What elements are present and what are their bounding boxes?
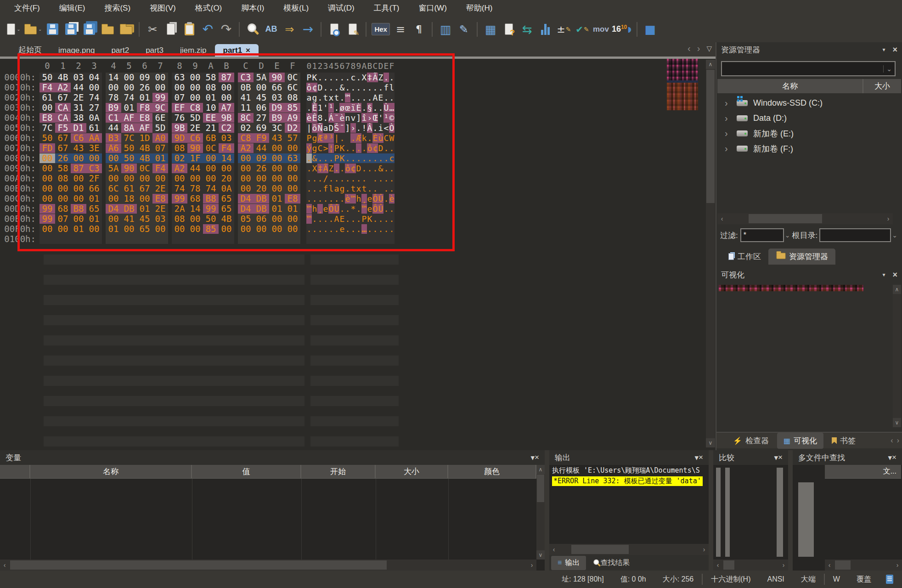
hex-byte[interactable]: 63: [172, 73, 187, 82]
ascii-char[interactable]: Ñ: [317, 123, 323, 133]
ascii-char[interactable]: t: [350, 184, 356, 193]
hex-byte[interactable]: 41: [121, 214, 137, 224]
ascii-char[interactable]: .: [312, 224, 317, 234]
hex-byte[interactable]: E8: [152, 194, 168, 204]
hex-byte[interactable]: F9: [254, 133, 269, 143]
hex-byte[interactable]: 00: [71, 214, 86, 224]
collapse-icon[interactable]: ▾: [695, 453, 699, 463]
hex-byte[interactable]: 00: [121, 174, 137, 183]
hex-byte[interactable]: 00: [86, 153, 102, 163]
ascii-char[interactable]: t: [334, 93, 339, 102]
hex-byte[interactable]: B8: [71, 204, 86, 214]
save-button[interactable]: [45, 19, 60, 40]
ascii-char[interactable]: x: [356, 184, 361, 193]
collapse-icon[interactable]: ▾: [531, 453, 535, 463]
ascii-char[interactable]: .: [334, 224, 339, 234]
hex-byte[interactable]: EF: [172, 103, 187, 113]
hex-byte[interactable]: 00: [106, 153, 121, 163]
ascii-char[interactable]: .: [367, 133, 372, 143]
ascii-char[interactable]: .: [306, 153, 312, 163]
hex-byte[interactable]: F8: [137, 103, 152, 113]
open-file-button[interactable]: ⌄: [24, 19, 42, 40]
ascii-char[interactable]: Û: [378, 204, 383, 214]
ascii-char[interactable]: D: [356, 164, 361, 173]
close-icon[interactable]: ×: [892, 453, 896, 462]
close-icon[interactable]: ×: [699, 453, 703, 462]
hex-byte[interactable]: 43: [269, 133, 285, 143]
hex-byte[interactable]: 8A: [121, 123, 137, 133]
hex-byte[interactable]: 00: [172, 83, 187, 92]
ascii-char[interactable]: &: [378, 164, 383, 173]
ascii-char[interactable]: .: [345, 224, 350, 234]
ascii-char[interactable]: f: [323, 184, 328, 193]
hex-byte[interactable]: 00: [187, 174, 203, 183]
ascii-char[interactable]: Û: [334, 204, 339, 214]
ascii-char[interactable]: .: [312, 184, 317, 193]
ascii-char[interactable]: .: [345, 153, 350, 163]
hex-byte[interactable]: 65: [219, 204, 234, 214]
hex-byte[interactable]: 00: [269, 224, 285, 234]
hex-byte[interactable]: 61: [39, 93, 55, 102]
ascii-char[interactable]: ›: [367, 113, 372, 123]
ascii-char[interactable]: ¸: [317, 204, 323, 214]
ascii-char[interactable]: .: [361, 174, 367, 183]
ascii-char[interactable]: È: [356, 103, 361, 113]
hex-byte[interactable]: 00: [238, 153, 254, 163]
hex-byte[interactable]: 00: [39, 153, 55, 163]
ascii-char[interactable]: è: [389, 194, 395, 204]
ascii-char[interactable]: .: [323, 194, 328, 204]
ascii-char[interactable]: e: [339, 224, 345, 234]
ascii-char[interactable]: .: [328, 224, 334, 234]
hex-byte[interactable]: 50: [203, 214, 219, 224]
ascii-char[interactable]: A: [334, 214, 339, 224]
hex-byte[interactable]: 4B: [137, 153, 152, 163]
ascii-char[interactable]: P: [361, 214, 367, 224]
column-header-值[interactable]: 值: [192, 465, 301, 479]
hex-byte[interactable]: 00: [86, 83, 102, 92]
scroll-down-icon[interactable]: ∨: [706, 438, 715, 447]
ascii-char[interactable]: .: [383, 143, 389, 153]
hex-byte[interactable]: AF: [137, 123, 152, 133]
ascii-char[interactable]: ¯: [339, 123, 345, 133]
ascii-char[interactable]: è: [345, 194, 350, 204]
ascii-char[interactable]: .: [389, 204, 395, 214]
hex-byte[interactable]: 07: [152, 143, 168, 153]
hex-byte[interactable]: 01: [269, 194, 285, 204]
hex-byte[interactable]: 00: [285, 164, 300, 173]
ascii-char[interactable]: .: [361, 103, 367, 113]
ascii-char[interactable]: .: [378, 174, 383, 183]
hex-byte[interactable]: 08: [285, 93, 300, 102]
ascii-char[interactable]: .: [323, 224, 328, 234]
ascii-char[interactable]: C: [383, 133, 389, 143]
hex-byte[interactable]: 00: [203, 164, 219, 173]
find-button[interactable]: [245, 19, 260, 40]
hex-byte[interactable]: 74: [203, 184, 219, 193]
ascii-char[interactable]: ¹: [328, 103, 334, 113]
ascii-char[interactable]: Ù: [383, 103, 389, 113]
hex-byte[interactable]: E8: [137, 113, 152, 123]
hex-byte[interactable]: B8: [203, 194, 219, 204]
hex-byte[interactable]: C1: [106, 113, 121, 123]
ascii-char[interactable]: .: [312, 194, 317, 204]
ascii-char[interactable]: n: [345, 113, 350, 123]
ascii-char[interactable]: .: [356, 204, 361, 214]
hex-byte[interactable]: 08: [55, 174, 71, 183]
ascii-char[interactable]: …: [361, 224, 367, 234]
hex-byte[interactable]: 00: [187, 93, 203, 102]
hex-byte[interactable]: 14: [219, 153, 234, 163]
hex-byte[interactable]: 00: [269, 214, 285, 224]
tab-工作区[interactable]: 工作区: [721, 249, 768, 265]
hex-byte[interactable]: 00: [121, 73, 137, 82]
ascii-char[interactable]: ': [323, 103, 328, 113]
hex-byte[interactable]: F4: [39, 83, 55, 92]
hex-byte[interactable]: D2: [285, 123, 300, 133]
hex-byte[interactable]: 00: [152, 224, 168, 234]
ascii-char[interactable]: .: [345, 143, 350, 153]
collapse-icon[interactable]: ▾: [888, 453, 892, 463]
hex-byte[interactable]: 02: [172, 153, 187, 163]
hex-byte[interactable]: 00: [39, 164, 55, 173]
ascii-char[interactable]: õ: [312, 123, 317, 133]
tab-scroll-left-icon[interactable]: ‹: [688, 43, 691, 54]
ascii-char[interactable]: W: [389, 133, 395, 143]
ascii-char[interactable]: .: [361, 83, 367, 92]
